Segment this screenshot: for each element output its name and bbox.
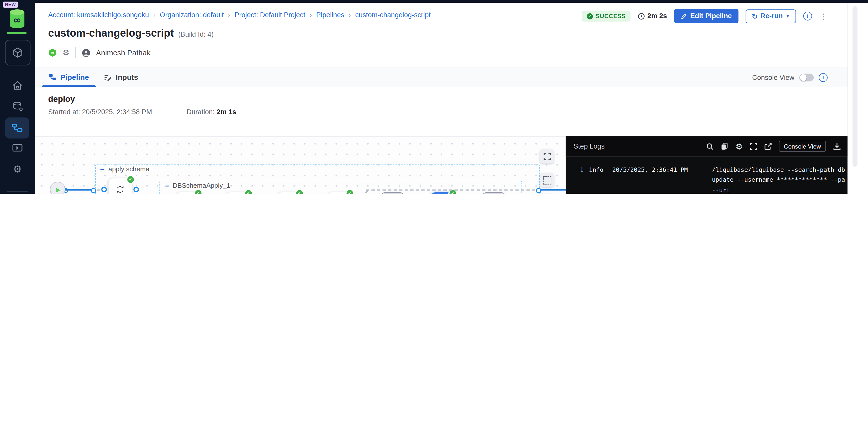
edit-pipeline-button[interactable]: Edit Pipeline bbox=[674, 9, 738, 23]
console-view-control: Console View i bbox=[752, 67, 828, 87]
user-name: Animesh Pathak bbox=[96, 49, 151, 57]
page-title: custom-changelog-script bbox=[48, 27, 174, 39]
module-cube-icon[interactable] bbox=[5, 40, 31, 65]
step-node-clone-codebase[interactable]: ✓ </> bbox=[176, 192, 199, 194]
console-view-toggle[interactable] bbox=[799, 74, 814, 81]
console-view-button[interactable]: Console View bbox=[779, 141, 826, 152]
pencil-icon bbox=[681, 13, 687, 19]
active-module-indicator bbox=[6, 32, 27, 34]
breadcrumb-separator: › bbox=[310, 11, 312, 18]
toggle-knob bbox=[800, 74, 806, 81]
copy-icon[interactable] bbox=[721, 142, 728, 150]
start-node[interactable]: ▶ bbox=[50, 182, 65, 194]
clock-icon bbox=[638, 12, 645, 20]
collapse-icon[interactable]: – bbox=[164, 183, 169, 189]
gear-icon[interactable]: ⚙ bbox=[736, 142, 743, 151]
step-node-preview-validate-sql[interactable]: ✓ </> bbox=[277, 192, 301, 194]
breadcrumb-separator: › bbox=[228, 11, 230, 18]
breadcrumb-pipelines[interactable]: Pipelines bbox=[316, 11, 344, 19]
play-icon: ▶ bbox=[56, 186, 61, 193]
svg-text:∞: ∞ bbox=[13, 15, 21, 26]
step-logs-header: Step Logs ⚙ Console View bbox=[566, 136, 847, 157]
sidebar: NEW ∞ bbox=[0, 0, 35, 194]
info-icon[interactable]: i bbox=[819, 73, 828, 82]
page-header: Account: kurosakiichigo.songoku› Organiz… bbox=[35, 3, 847, 68]
edge-active bbox=[65, 189, 91, 191]
step-node-preview-changesets[interactable]: ✓ </> bbox=[328, 192, 351, 194]
executions-icon[interactable] bbox=[0, 143, 35, 153]
gear-icon[interactable]: ⚙ bbox=[0, 165, 35, 174]
stage-started-at: Started at: 20/5/2025, 2:34:58 PM bbox=[48, 108, 152, 116]
external-link-icon[interactable] bbox=[765, 143, 772, 150]
log-body[interactable]: 1info20/5/2025, 2:36:41 PM/liquibase/liq… bbox=[566, 156, 847, 194]
download-icon[interactable] bbox=[833, 142, 841, 150]
log-row: 1info20/5/2025, 2:36:41 PM/liquibase/liq… bbox=[566, 165, 847, 194]
breadcrumb: Account: kurosakiichigo.songoku› Organiz… bbox=[48, 11, 431, 19]
breadcrumb-current[interactable]: custom-changelog-script bbox=[355, 11, 431, 19]
breadcrumb-organization[interactable]: Organization: default bbox=[160, 11, 224, 19]
canvas-marquee-button[interactable] bbox=[540, 173, 554, 187]
breadcrumb-separator: › bbox=[349, 11, 351, 18]
stage-duration: Duration: 2m 1s bbox=[187, 108, 236, 116]
status-badge: ✓ SUCCESS bbox=[582, 10, 631, 22]
rerun-button[interactable]: ↻ Re-run ▼ bbox=[746, 9, 796, 23]
connector-ring bbox=[536, 188, 541, 193]
success-check-icon: ✓ bbox=[126, 175, 135, 184]
gear-icon[interactable]: ⚙ bbox=[63, 48, 70, 57]
step-node-tag-database[interactable]: </> bbox=[482, 192, 506, 194]
check-icon: ✓ bbox=[587, 13, 593, 19]
collapse-icon[interactable]: – bbox=[100, 166, 104, 172]
step-node-apply-schema-selected[interactable]: ✓ </> bbox=[431, 192, 454, 194]
more-options-icon[interactable]: ⋮ bbox=[819, 12, 828, 20]
sidebar-item-pipelines-active[interactable] bbox=[5, 117, 29, 139]
step-node-tag-database-before-update[interactable]: </> bbox=[380, 192, 404, 194]
group-label[interactable]: –apply schema bbox=[100, 165, 150, 173]
step-node-import-changesets[interactable]: ✓ </> bbox=[226, 192, 250, 194]
svg-text:∞: ∞ bbox=[51, 50, 54, 55]
page-scrollbar[interactable] bbox=[847, 3, 868, 194]
edge-active bbox=[541, 189, 566, 191]
avatar bbox=[81, 48, 90, 57]
connector-ring bbox=[101, 187, 107, 192]
info-icon[interactable]: i bbox=[803, 11, 812, 21]
log-toolbar: ⚙ Console View bbox=[707, 136, 841, 156]
header-actions: ✓ SUCCESS 2m 2s Edit Pipeline ↻ Re-run ▼… bbox=[582, 9, 828, 23]
group-label[interactable]: –DBSchemaApply_1 bbox=[164, 182, 230, 190]
inputs-icon bbox=[103, 74, 112, 81]
fullscreen-icon bbox=[543, 152, 551, 160]
search-icon[interactable] bbox=[707, 143, 714, 150]
pipeline-meta-row: ∞ ⚙ Animesh Pathak bbox=[48, 47, 151, 58]
harness-hexagon-icon: ∞ bbox=[48, 48, 57, 57]
edge bbox=[366, 190, 535, 191]
breadcrumb-account[interactable]: Account: kurosakiichigo.songoku bbox=[48, 11, 149, 19]
step-logs-title: Step Logs bbox=[574, 142, 605, 150]
harness-db-logo[interactable]: ∞ bbox=[8, 8, 27, 29]
console-view-label: Console View bbox=[752, 74, 794, 81]
home-icon[interactable] bbox=[0, 80, 35, 91]
database-gear-icon[interactable] bbox=[0, 100, 35, 112]
new-badge: NEW bbox=[3, 2, 18, 8]
fullscreen-icon[interactable] bbox=[750, 143, 757, 150]
status-text: SUCCESS bbox=[596, 12, 626, 19]
marquee-select-icon bbox=[543, 176, 551, 184]
stage-summary: deploy Started at: 20/5/2025, 2:34:58 PM… bbox=[35, 87, 847, 136]
tab-inputs[interactable]: Inputs bbox=[103, 67, 138, 87]
refresh-icon: ↻ bbox=[752, 12, 758, 20]
step-logs-panel: Step Logs ⚙ Console View 1info20/5/2025,… bbox=[566, 136, 847, 194]
tab-pipeline[interactable]: Pipeline bbox=[49, 67, 89, 87]
canvas-fullscreen-button[interactable] bbox=[540, 149, 554, 164]
connector-ring bbox=[133, 187, 139, 192]
sidebar-divider bbox=[6, 191, 28, 192]
window-top-strip bbox=[0, 0, 868, 3]
tab-bar: Pipeline Inputs Console View i bbox=[35, 67, 847, 87]
scrollbar-thumb[interactable] bbox=[852, 6, 858, 167]
duration-text: 2m 2s bbox=[647, 12, 667, 20]
sync-icon bbox=[114, 183, 126, 194]
breadcrumb-project[interactable]: Project: Default Project bbox=[235, 11, 305, 19]
build-id: (Build Id: 4) bbox=[178, 31, 214, 38]
step-node-initialize[interactable]: ✓ </> bbox=[108, 178, 132, 194]
title-row: custom-changelog-script (Build Id: 4) bbox=[48, 27, 214, 39]
breadcrumb-separator: › bbox=[153, 11, 155, 18]
total-duration: 2m 2s bbox=[638, 12, 667, 20]
stage-name: deploy bbox=[48, 94, 75, 104]
